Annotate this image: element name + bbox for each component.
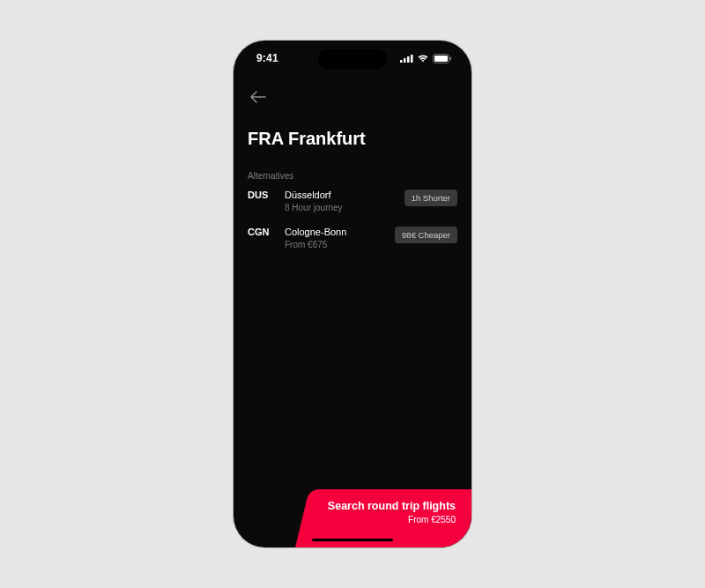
- search-flights-button[interactable]: Search round trip flights From €2550: [328, 500, 456, 525]
- cta-subline: From €2550: [328, 515, 456, 525]
- arrow-left-icon: [250, 91, 266, 103]
- svg-rect-0: [400, 60, 403, 63]
- airport-subline: From €675: [285, 240, 346, 249]
- status-time: 9:41: [256, 52, 278, 64]
- airport-subline: 8 Hour journey: [285, 203, 343, 212]
- alternative-row[interactable]: DUS Düsseldorf 8 Hour journey 1h Shorter: [248, 190, 457, 212]
- alternative-info: DUS Düsseldorf 8 Hour journey: [248, 190, 343, 212]
- cta-title: Search round trip flights: [328, 500, 456, 512]
- alternative-row[interactable]: CGN Cologne-Bonn From €675 98€ Cheaper: [248, 227, 457, 249]
- svg-rect-6: [450, 56, 452, 60]
- phone-frame: 9:41: [234, 41, 471, 547]
- dynamic-island: [318, 49, 387, 69]
- airport-name: Cologne-Bonn: [285, 227, 346, 237]
- cellular-icon: [400, 54, 413, 63]
- svg-rect-3: [411, 55, 413, 63]
- battery-icon: [433, 54, 452, 63]
- alternative-info: CGN Cologne-Bonn From €675: [248, 227, 346, 249]
- svg-rect-1: [404, 58, 406, 63]
- alternatives-label: Alternatives: [248, 171, 457, 181]
- airport-code: CGN: [248, 227, 272, 249]
- alternatives-section: Alternatives DUS Düsseldorf 8 Hour journ…: [248, 171, 457, 264]
- svg-rect-2: [407, 56, 410, 63]
- airport-name: Düsseldorf: [285, 190, 343, 200]
- page-title: FRA Frankfurt: [248, 129, 366, 149]
- airport-code: DUS: [248, 190, 272, 212]
- wifi-icon: [417, 54, 429, 63]
- svg-rect-5: [434, 56, 448, 62]
- back-button[interactable]: [248, 86, 269, 108]
- advantage-badge: 1h Shorter: [404, 190, 457, 206]
- home-indicator[interactable]: [312, 539, 393, 542]
- advantage-badge: 98€ Cheaper: [395, 227, 457, 243]
- status-indicators: [400, 54, 452, 63]
